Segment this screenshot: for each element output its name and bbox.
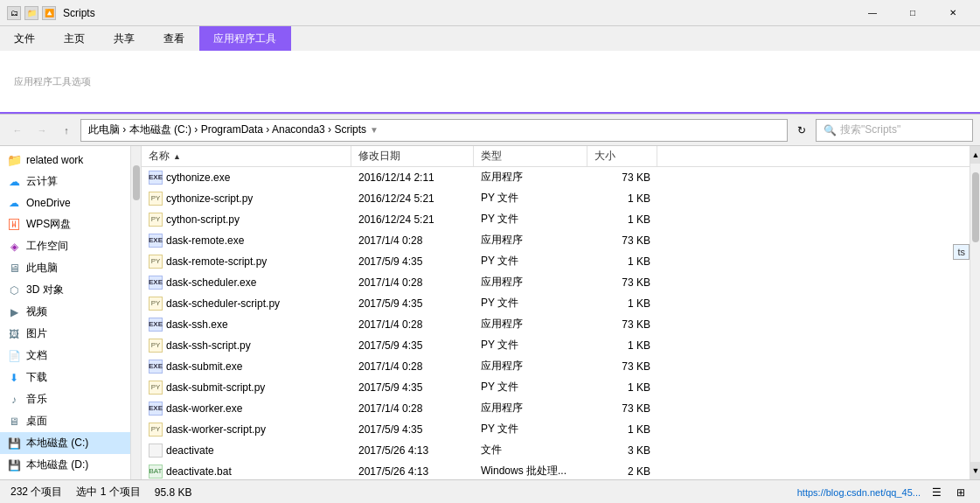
status-bar: 232 个项目 选中 1 个项目 95.8 KB https://blog.cs… bbox=[0, 479, 980, 503]
search-box[interactable]: 🔍 搜索"Scripts" bbox=[816, 119, 973, 142]
cell-date: 2016/12/24 5:21 bbox=[351, 192, 474, 205]
tab-app-tools[interactable]: 应用程序工具 bbox=[199, 26, 291, 51]
table-row[interactable]: deactivate 2017/5/26 4:13 文件 3 KB bbox=[142, 440, 970, 461]
refresh-button[interactable]: ↻ bbox=[791, 120, 812, 141]
sidebar-item-this-pc[interactable]: 🖥 此电脑 bbox=[0, 257, 130, 279]
tab-share[interactable]: 共享 bbox=[100, 26, 149, 51]
table-row[interactable]: EXE cythonize.exe 2016/12/14 2:11 应用程序 7… bbox=[142, 167, 970, 188]
cell-name: PY dask-submit-script.py bbox=[142, 381, 351, 395]
tab-home[interactable]: 主页 bbox=[50, 26, 100, 51]
sidebar-item-3d[interactable]: ⬡ 3D 对象 bbox=[0, 279, 130, 301]
view-detail-button[interactable]: ⊞ bbox=[952, 484, 970, 501]
forward-button[interactable]: → bbox=[31, 120, 52, 141]
sidebar-item-downloads[interactable]: ⬇ 下载 bbox=[0, 367, 130, 388]
col-header-date[interactable]: 修改日期 bbox=[351, 146, 474, 166]
col-header-size[interactable]: 大小 bbox=[587, 146, 657, 166]
view-list-button[interactable]: ☰ bbox=[928, 484, 945, 501]
col-header-type[interactable]: 类型 bbox=[474, 146, 587, 166]
table-row[interactable]: PY dask-submit-script.py 2017/5/9 4:35 P… bbox=[142, 377, 970, 398]
folder-icon: 📁 bbox=[7, 153, 21, 167]
cell-size: 1 KB bbox=[587, 255, 657, 268]
sidebar-label: 3D 对象 bbox=[26, 283, 64, 297]
sidebar-label: 云计算 bbox=[26, 174, 58, 189]
col-header-name[interactable]: 名称 ▲ bbox=[142, 146, 351, 166]
address-path[interactable]: 此电脑 › 本地磁盘 (C:) › ProgramData › Anaconda… bbox=[80, 119, 788, 142]
cell-name: PY dask-ssh-script.py bbox=[142, 339, 351, 353]
item-count: 232 个项目 bbox=[10, 485, 62, 500]
title-bar: 🗂 📁 🔼 Scripts — □ ✕ bbox=[0, 0, 980, 26]
cell-size: 1 KB bbox=[587, 423, 657, 436]
table-row[interactable]: PY dask-ssh-script.py 2017/5/9 4:35 PY 文… bbox=[142, 335, 970, 356]
sidebar-item-images[interactable]: 🖼 图片 bbox=[0, 323, 130, 345]
cell-type: PY 文件 bbox=[474, 380, 587, 395]
cell-name: PY cythonize-script.py bbox=[142, 192, 351, 206]
window-title: Scripts bbox=[63, 7, 852, 19]
cell-date: 2017/1/4 0:28 bbox=[351, 276, 474, 289]
cell-size: 73 KB bbox=[587, 402, 657, 415]
table-row[interactable]: EXE dask-remote.exe 2017/1/4 0:28 应用程序 7… bbox=[142, 230, 970, 251]
close-button[interactable]: ✕ bbox=[933, 0, 973, 26]
cell-name: EXE dask-submit.exe bbox=[142, 360, 351, 374]
scroll-down-btn[interactable]: ▼ bbox=[970, 462, 980, 479]
table-row[interactable]: PY cythonize-script.py 2016/12/24 5:21 P… bbox=[142, 188, 970, 209]
table-row[interactable]: PY cython-script.py 2016/12/24 5:21 PY 文… bbox=[142, 209, 970, 230]
sidebar-label: 工作空间 bbox=[26, 239, 68, 254]
file-icon: EXE bbox=[149, 234, 163, 248]
file-scrollbar[interactable]: ▲ ▼ bbox=[970, 146, 980, 479]
path-dropdown-icon: ▼ bbox=[370, 125, 379, 135]
main-layout: 📁 related work ☁ 云计算 ☁ OneDrive 🅆 WPS网盘 … bbox=[0, 146, 980, 479]
cell-name: PY cython-script.py bbox=[142, 213, 351, 227]
minimize-button[interactable]: — bbox=[852, 0, 893, 26]
sidebar-item-music[interactable]: ♪ 音乐 bbox=[0, 388, 130, 410]
cell-type: 应用程序 bbox=[474, 275, 587, 290]
tab-view[interactable]: 查看 bbox=[149, 26, 199, 51]
app-icon-2: 📁 bbox=[24, 6, 38, 20]
table-row[interactable]: EXE dask-worker.exe 2017/1/4 0:28 应用程序 7… bbox=[142, 398, 970, 419]
cell-type: PY 文件 bbox=[474, 338, 587, 353]
sidebar-scrollbar[interactable] bbox=[131, 146, 142, 479]
edge-label: ts bbox=[953, 244, 970, 260]
table-row[interactable]: EXE dask-scheduler.exe 2017/1/4 0:28 应用程… bbox=[142, 272, 970, 293]
tab-file[interactable]: 文件 bbox=[0, 26, 50, 51]
scroll-up-btn[interactable]: ▲ bbox=[970, 146, 980, 164]
table-row[interactable]: PY dask-worker-script.py 2017/5/9 4:35 P… bbox=[142, 419, 970, 440]
table-row[interactable]: EXE dask-submit.exe 2017/1/4 0:28 应用程序 7… bbox=[142, 356, 970, 377]
sidebar-item-related-work[interactable]: 📁 related work bbox=[0, 150, 130, 171]
cell-date: 2017/5/26 4:13 bbox=[351, 465, 474, 478]
sidebar-item-video[interactable]: ▶ 视频 bbox=[0, 301, 130, 323]
sidebar-label: 本地磁盘 (C:) bbox=[26, 436, 88, 451]
table-row[interactable]: PY dask-scheduler-script.py 2017/5/9 4:3… bbox=[142, 293, 970, 314]
sidebar-item-onedrive[interactable]: ☁ OneDrive bbox=[0, 192, 130, 213]
address-bar: ← → ↑ 此电脑 › 本地磁盘 (C:) › ProgramData › An… bbox=[0, 115, 980, 146]
download-icon: ⬇ bbox=[7, 371, 21, 385]
cell-date: 2017/5/9 4:35 bbox=[351, 255, 474, 268]
sidebar-item-drive-e[interactable]: 💾 LENOVO (E:) bbox=[0, 476, 130, 479]
table-row[interactable]: BAT deactivate.bat 2017/5/26 4:13 Window… bbox=[142, 461, 970, 479]
file-icon bbox=[149, 444, 163, 458]
sidebar-item-cloud[interactable]: ☁ 云计算 bbox=[0, 171, 130, 192]
sidebar-item-drive-d[interactable]: 💾 本地磁盘 (D:) bbox=[0, 454, 130, 476]
sidebar-label: 此电脑 bbox=[26, 261, 58, 276]
cell-date: 2017/5/9 4:35 bbox=[351, 381, 474, 394]
sidebar-item-desktop[interactable]: 🖥 桌面 bbox=[0, 410, 130, 432]
cell-type: 应用程序 bbox=[474, 317, 587, 332]
ribbon: 文件 主页 共享 查看 应用程序工具 应用程序工具选项 bbox=[0, 26, 980, 115]
table-row[interactable]: EXE dask-ssh.exe 2017/1/4 0:28 应用程序 73 K… bbox=[142, 314, 970, 335]
cell-type: PY 文件 bbox=[474, 296, 587, 311]
file-icon: PY bbox=[149, 423, 163, 437]
file-icon: PY bbox=[149, 297, 163, 311]
file-icon: PY bbox=[149, 255, 163, 269]
sidebar-item-wps[interactable]: 🅆 WPS网盘 bbox=[0, 213, 130, 235]
table-row[interactable]: PY dask-remote-script.py 2017/5/9 4:35 P… bbox=[142, 251, 970, 272]
sidebar-item-workspace[interactable]: ◈ 工作空间 bbox=[0, 235, 130, 257]
up-button[interactable]: ↑ bbox=[56, 120, 77, 141]
maximize-button[interactable]: □ bbox=[893, 0, 933, 26]
sidebar-item-docs[interactable]: 📄 文档 bbox=[0, 345, 130, 367]
sidebar-label: 音乐 bbox=[26, 392, 47, 407]
selected-count: 选中 1 个项目 bbox=[76, 485, 140, 500]
back-button[interactable]: ← bbox=[7, 120, 28, 141]
sidebar-item-drive-c[interactable]: 💾 本地磁盘 (C:) bbox=[0, 432, 130, 454]
cell-size: 1 KB bbox=[587, 213, 657, 226]
cell-name: PY dask-worker-script.py bbox=[142, 423, 351, 437]
drive-c-icon: 💾 bbox=[7, 437, 21, 451]
